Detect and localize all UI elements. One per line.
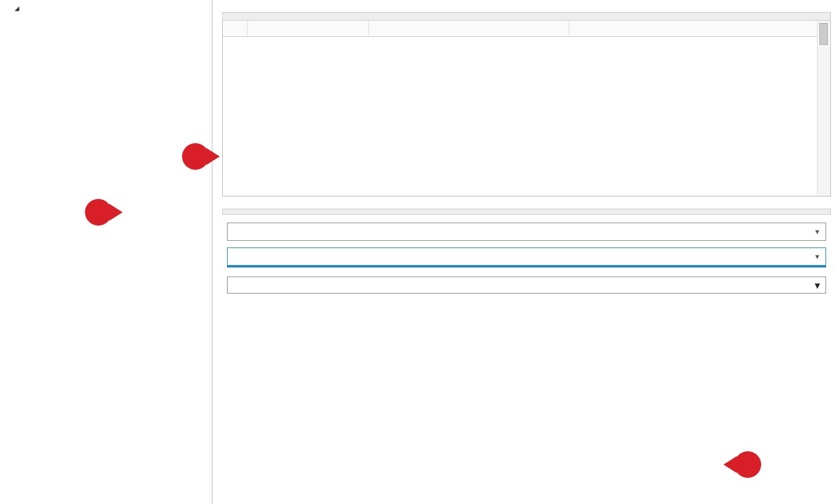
col-flag[interactable] xyxy=(223,21,247,36)
remaining-dropdown[interactable]: ▼ xyxy=(227,277,826,294)
instruction-bar xyxy=(222,12,831,21)
callout-6 xyxy=(182,143,209,170)
relevant-dropdown[interactable]: ▼ xyxy=(227,223,826,241)
used-dropdown[interactable]: ▼ xyxy=(227,247,826,266)
conditions-heading xyxy=(222,209,831,215)
table-scrollbar[interactable] xyxy=(817,21,830,196)
templates-table xyxy=(222,21,831,197)
tree-templates[interactable] xyxy=(0,0,212,16)
chevron-down-icon: ▼ xyxy=(814,253,821,260)
settings-tree xyxy=(0,0,212,504)
chevron-down-icon: ▼ xyxy=(813,280,822,291)
col-used[interactable] xyxy=(569,21,817,36)
chevron-down-icon xyxy=(12,4,22,12)
used-dropdown-list xyxy=(227,266,826,267)
detail-header xyxy=(222,197,831,209)
col-relevant[interactable] xyxy=(368,21,569,36)
chevron-down-icon: ▼ xyxy=(814,228,821,235)
col-name[interactable] xyxy=(247,21,368,36)
callout-5 xyxy=(85,199,112,226)
breadcrumb xyxy=(222,2,831,12)
main-panel: ▼ ▼ ▼ xyxy=(212,0,837,504)
callout-7 xyxy=(734,451,761,478)
